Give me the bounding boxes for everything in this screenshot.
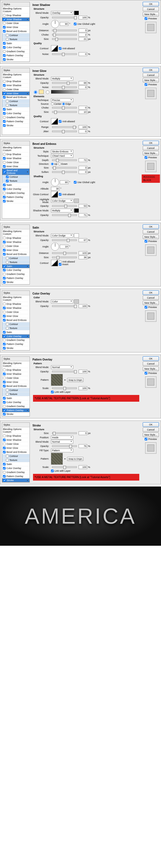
slider-thumb[interactable] [67, 239, 70, 242]
sidebar-item-iglow[interactable]: Inner Glow [2, 248, 30, 252]
checkbox[interactable] [3, 413, 6, 415]
checkbox[interactable] [3, 439, 6, 441]
sidebar-item-drop[interactable]: Drop Shadow [2, 152, 30, 156]
sidebar-item-inshadow[interactable]: Inner Shadow [2, 438, 30, 442]
number-input[interactable]: 100 [79, 465, 87, 469]
dropdown[interactable]: Color Dodge [51, 199, 73, 203]
radio[interactable] [58, 163, 61, 165]
checkbox[interactable] [6, 180, 9, 182]
ok-button[interactable]: OK [143, 423, 159, 427]
slider[interactable] [52, 17, 77, 18]
checkbox[interactable] [3, 273, 6, 275]
checkbox[interactable] [6, 459, 9, 461]
slider-thumb[interactable] [62, 106, 65, 110]
sidebar-item-oglow[interactable]: Outer Glow [2, 88, 30, 92]
preview-checkbox[interactable]: Preview [145, 438, 157, 440]
checkbox[interactable] [74, 181, 77, 184]
number-input[interactable]: 38 [79, 255, 87, 259]
sidebar-item-bevel[interactable]: Bevel and Emboss [2, 29, 30, 33]
checkbox[interactable] [3, 200, 6, 203]
number-input[interactable]: 21 [79, 37, 87, 41]
anti-aliased[interactable]: Anti-aliased [59, 47, 75, 50]
sidebar-item-contour[interactable]: Contour [2, 256, 30, 260]
checkbox[interactable] [51, 391, 54, 393]
new-style-button[interactable]: New Style... [143, 151, 159, 155]
sidebar-item-drop[interactable]: Drop Shadow [2, 236, 30, 240]
slider[interactable] [52, 239, 77, 241]
checkbox[interactable] [74, 23, 77, 25]
slider[interactable] [52, 171, 77, 173]
radio[interactable] [34, 90, 37, 94]
cancel-button[interactable]: Cancel [143, 7, 159, 11]
checkbox[interactable] [3, 188, 6, 190]
checkbox[interactable] [6, 38, 9, 41]
color-swatch[interactable] [74, 11, 79, 15]
gradient-picker[interactable] [51, 90, 78, 94]
checkbox[interactable] [145, 306, 147, 309]
sidebar-item-patoverlay[interactable]: Pattern Overlay [2, 120, 30, 124]
sidebar-item-gradoverlay[interactable]: Gradient Overlay [2, 116, 30, 120]
sidebar-item-gradoverlay[interactable]: Gradient Overlay [2, 470, 30, 474]
checkbox[interactable] [3, 311, 6, 313]
sidebar-item-contour[interactable]: Contour [2, 322, 30, 326]
ok-button[interactable]: OK [143, 224, 159, 229]
sidebar-item-gradoverlay[interactable]: Gradient Overlay [2, 338, 30, 342]
checkbox[interactable] [3, 443, 6, 445]
number-input[interactable]: 3 [79, 29, 87, 32]
new-style-button[interactable]: New Style... [143, 367, 159, 371]
sidebar-item-blending[interactable]: Blending Options: Custom [2, 296, 30, 302]
color-swatch[interactable] [74, 299, 79, 304]
use-global-light[interactable]: Use Global Light [74, 181, 95, 184]
checkbox[interactable] [3, 50, 6, 53]
number-input[interactable]: 103 [79, 251, 87, 255]
number-input[interactable]: 67 [79, 238, 87, 242]
sidebar-item-bevel[interactable]: Bevel and Emboss [2, 95, 30, 99]
sidebar-item-oglow[interactable]: Outer Glow [2, 160, 30, 164]
preview-checkbox[interactable]: Preview [145, 17, 157, 20]
contour-picker[interactable] [51, 45, 58, 52]
dropdown[interactable]: Multiply [51, 77, 73, 81]
radio[interactable] [62, 102, 65, 105]
slider[interactable] [52, 256, 77, 258]
checkbox[interactable] [3, 192, 6, 194]
checkbox[interactable] [6, 176, 9, 178]
number-input[interactable]: 0 [79, 129, 87, 133]
number-input[interactable]: 10 [79, 110, 87, 114]
checkbox[interactable] [3, 22, 6, 25]
dropdown[interactable]: Overlay [51, 11, 73, 15]
sidebar-item-patoverlay[interactable]: Pattern Overlay [2, 408, 30, 412]
checkbox[interactable] [145, 83, 147, 86]
sidebar-item-blending[interactable]: Blending Options: Custom [2, 73, 30, 80]
sidebar-item-satin[interactable]: Satin [2, 330, 30, 334]
sidebar-item-coloroverlay[interactable]: Color Overlay [2, 334, 30, 338]
new-style-button[interactable]: New Style... [143, 433, 159, 437]
slider-thumb[interactable] [54, 29, 56, 32]
contour-picker[interactable] [51, 260, 58, 266]
sidebar-item-blending[interactable]: Blending Options: Custom [2, 7, 30, 13]
sidebar-item-oglow[interactable]: Outer Glow [2, 310, 30, 314]
checkbox[interactable] [3, 80, 6, 83]
new-style-button[interactable]: New Style... [143, 235, 159, 239]
number-input[interactable]: 0 [79, 170, 87, 174]
checkbox[interactable] [3, 447, 6, 450]
angle-dial[interactable] [51, 178, 59, 186]
checkbox[interactable] [6, 261, 9, 264]
sidebar-item-inshadow[interactable]: Inner Shadow [2, 240, 30, 244]
slider[interactable] [52, 214, 77, 216]
checkbox[interactable] [59, 260, 62, 263]
source-edge[interactable]: Edge [62, 102, 71, 105]
slider-thumb[interactable] [74, 370, 77, 373]
cancel-button[interactable]: Cancel [143, 296, 159, 300]
sidebar-item-gradoverlay[interactable]: Gradient Overlay [2, 272, 30, 276]
sidebar-item-inshadow[interactable]: Inner Shadow [2, 84, 30, 88]
sidebar-item-iglow[interactable]: Inner Glow [2, 380, 30, 384]
slider[interactable] [52, 34, 77, 35]
number-input[interactable]: 3 [79, 431, 87, 435]
sidebar-item-iglow[interactable]: Inner Glow [2, 314, 30, 318]
slider[interactable] [52, 131, 77, 132]
checkbox[interactable] [3, 249, 6, 251]
checkbox[interactable] [3, 409, 6, 412]
snap-button[interactable]: Snap to Origin [67, 378, 83, 382]
slider-thumb[interactable] [55, 38, 58, 41]
ok-button[interactable]: OK [143, 290, 159, 295]
